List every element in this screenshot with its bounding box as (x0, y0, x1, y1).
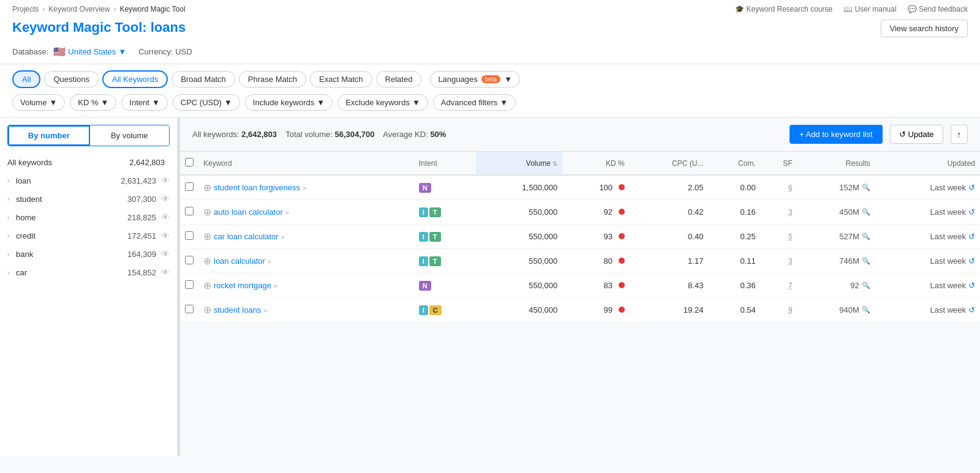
cpc-cell: 1.17 (630, 249, 709, 274)
row-checkbox[interactable] (185, 280, 194, 289)
row-checkbox[interactable] (185, 182, 194, 191)
sidebar-item-credit[interactable]: › credit 172,451 👁 (0, 226, 177, 245)
eye-icon: 👁 (161, 231, 170, 240)
sidebar-all-keywords: All keywords 2,642,803 (0, 154, 177, 171)
tab-broad-match[interactable]: Broad Match (172, 71, 235, 88)
intent-badge-n: N (419, 281, 431, 291)
kd-cell: 93 (562, 225, 630, 249)
tab-questions[interactable]: Questions (44, 71, 99, 88)
filter-row: Volume ▼ KD % ▼ Intent ▼ CPC (USD) ▼ Inc… (12, 94, 968, 111)
breadcrumb-projects[interactable]: Projects (12, 5, 39, 13)
sidebar-item-home[interactable]: › home 218,825 👁 (0, 208, 177, 226)
keyword-link[interactable]: ⊕ rocket mortgage » (203, 280, 409, 291)
table-row: ⊕ car loan calculator »IT550,00093 0.400… (180, 225, 980, 249)
row-checkbox[interactable] (185, 256, 194, 264)
kd-filter[interactable]: KD % ▼ (70, 94, 116, 111)
database-selector[interactable]: 🇺🇸 United States ▼ (53, 46, 126, 58)
updated-text: Last week (930, 232, 966, 241)
tab-related[interactable]: Related (376, 71, 422, 88)
refresh-icon[interactable]: ↺ (968, 305, 975, 315)
results-column-header[interactable]: Results (797, 152, 875, 175)
updated-cell: Last week ↺ (875, 175, 980, 200)
refresh-icon[interactable]: ↺ (968, 281, 975, 290)
sf-column-header[interactable]: SF (761, 152, 797, 175)
results-cell: 450M 🔍 (797, 200, 875, 225)
breadcrumb-sep-1: › (42, 5, 45, 13)
row-checkbox[interactable] (185, 305, 194, 313)
intent-badge-c: C (429, 305, 442, 315)
tab-all[interactable]: All (12, 70, 40, 88)
tab-all-keywords[interactable]: All Keywords (102, 70, 168, 88)
kd-dot-icon (619, 307, 625, 313)
advanced-filters[interactable]: Advanced filters ▼ (433, 94, 516, 111)
sidebar-item-bank[interactable]: › bank 164,309 👁 (0, 245, 177, 263)
exclude-keywords-filter[interactable]: Exclude keywords ▼ (337, 94, 428, 111)
sf-cell: 9 (761, 298, 797, 322)
volume-chevron-icon: ▼ (49, 98, 57, 107)
sf-cell: 3 (761, 200, 797, 225)
volume-cell: 550,000 (476, 225, 562, 249)
export-button[interactable]: ↑ (951, 125, 968, 144)
row-checkbox[interactable] (185, 231, 194, 240)
refresh-icon[interactable]: ↺ (968, 232, 975, 241)
volume-filter[interactable]: Volume ▼ (12, 94, 65, 111)
tab-exact-match[interactable]: Exact Match (310, 71, 372, 88)
send-feedback-link[interactable]: 💬 Send feedback (908, 5, 968, 13)
select-all-checkbox[interactable] (185, 158, 194, 166)
volume-cell: 550,000 (476, 200, 562, 225)
results-search-icon: 🔍 (862, 233, 870, 240)
cpc-cell: 8.43 (630, 274, 709, 298)
refresh-icon[interactable]: ↺ (968, 183, 975, 192)
kd-cell: 83 (562, 274, 630, 298)
sidebar-item-student[interactable]: › student 307,300 👁 (0, 190, 177, 208)
volume-column-header[interactable]: Volume ⇅ (476, 152, 562, 175)
updated-column-header[interactable]: Updated (875, 152, 980, 175)
kd-column-header[interactable]: KD % (562, 152, 630, 175)
add-to-keyword-list-button[interactable]: + Add to keyword list (790, 125, 883, 144)
sf-value: 7 (788, 281, 793, 290)
languages-button[interactable]: Languages beta ▼ (430, 71, 520, 88)
results-cell: 92 🔍 (797, 274, 875, 298)
sidebar-item-loan[interactable]: › loan 2,631,423 👁 (0, 171, 177, 190)
tab-phrase-match[interactable]: Phrase Match (239, 71, 306, 88)
user-manual-link[interactable]: 📖 User manual (843, 5, 896, 13)
breadcrumb-keyword-overview[interactable]: Keyword Overview (48, 5, 110, 13)
sidebar-item-car[interactable]: › car 154,852 👁 (0, 263, 177, 281)
intent-badges: IT (419, 256, 471, 266)
cpc-filter[interactable]: CPC (USD) ▼ (173, 94, 240, 111)
cpc-cell: 0.40 (630, 225, 709, 249)
keyword-link[interactable]: ⊕ loan calculator » (203, 255, 409, 267)
updated-cell: Last week ↺ (875, 298, 980, 322)
plus-circle-icon: ⊕ (203, 231, 211, 242)
include-keywords-filter[interactable]: Include keywords ▼ (245, 94, 333, 111)
com-column-header[interactable]: Com. (708, 152, 760, 175)
by-volume-button[interactable]: By volume (90, 125, 170, 146)
keyword-research-course-link[interactable]: 🎓 Keyword Research course (735, 5, 832, 13)
intent-filter[interactable]: Intent ▼ (121, 94, 167, 111)
row-checkbox[interactable] (185, 207, 194, 215)
keyword-column-header[interactable]: Keyword (198, 152, 414, 175)
refresh-icon[interactable]: ↺ (968, 207, 975, 217)
view-search-history-button[interactable]: View search history (881, 20, 968, 37)
results-cell: 746M 🔍 (797, 249, 875, 274)
sf-cell: 6 (761, 175, 797, 200)
keyword-link[interactable]: ⊕ auto loan calculator » (203, 206, 409, 218)
com-cell: 0.54 (708, 298, 760, 322)
keyword-link[interactable]: ⊕ student loan forgiveness » (203, 182, 409, 193)
cpc-column-header[interactable]: CPC (U... (630, 152, 709, 175)
intent-column-header[interactable]: Intent (414, 152, 476, 175)
by-number-button[interactable]: By number (8, 125, 90, 146)
cpc-chevron-icon: ▼ (224, 98, 232, 107)
cpc-cell: 0.42 (630, 200, 709, 225)
volume-cell: 550,000 (476, 249, 562, 274)
update-button[interactable]: ↺ Update (890, 125, 943, 144)
keyword-link[interactable]: ⊕ car loan calculator » (203, 231, 409, 242)
refresh-icon[interactable]: ↺ (968, 256, 975, 266)
sf-value: 5 (788, 233, 793, 241)
plus-circle-icon: ⊕ (203, 206, 211, 218)
intent-badge-i: I (419, 256, 428, 266)
sf-value: 9 (788, 306, 793, 315)
sf-cell: 7 (761, 274, 797, 298)
keyword-link[interactable]: ⊕ student loans » (203, 304, 409, 316)
sidebar-group-buttons: By number By volume (7, 125, 170, 146)
